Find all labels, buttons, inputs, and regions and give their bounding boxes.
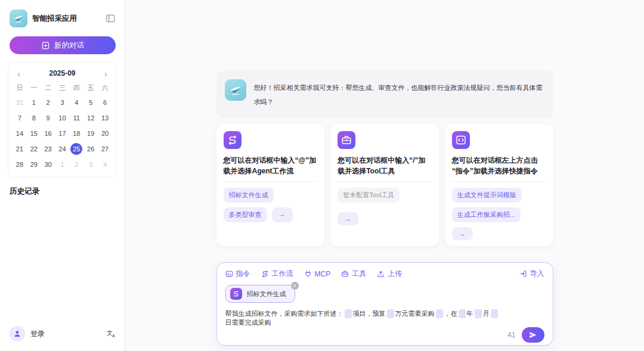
main-area: 您好！招采相关需求我可支持：帮您生成、审查文件，也能解答行业政策法规疑问，您当前… — [125, 0, 644, 351]
calendar-day[interactable]: 4 — [98, 157, 112, 172]
calendar-day[interactable]: 21 — [13, 141, 27, 157]
calendar-day[interactable]: 20 — [98, 126, 112, 141]
calendar: ‹ 2025-09 › 日一二三四五六 31123456789101112131… — [8, 62, 117, 178]
mcp-button[interactable]: MCP — [304, 270, 331, 278]
prompt-blank-field[interactable] — [475, 309, 482, 318]
calendar-prev-icon[interactable]: ‹ — [17, 69, 20, 78]
workflow-label: 工作流 — [272, 269, 293, 279]
divider — [338, 181, 432, 182]
calendar-day[interactable]: 29 — [27, 157, 41, 172]
upload-icon — [377, 270, 385, 278]
sidebar: 智能招采应用 新的对话 ‹ 2025- — [0, 0, 125, 351]
calendar-day[interactable]: 13 — [98, 110, 112, 126]
new-chat-label: 新的对话 — [54, 41, 84, 51]
prompt-text-segment: 日需要完成采购 — [225, 318, 271, 327]
calendar-day[interactable]: 4 — [69, 95, 83, 110]
new-chat-button[interactable]: 新的对话 — [10, 36, 116, 54]
calendar-day[interactable]: 14 — [13, 126, 27, 141]
calendar-day[interactable]: 2 — [41, 95, 55, 110]
calendar-day[interactable]: 17 — [55, 126, 70, 141]
assistant-message: 您好！招采相关需求我可支持：帮您生成、审查文件，也能解答行业政策法规疑问，您当前… — [216, 70, 553, 118]
calendar-day[interactable]: 24 — [55, 141, 70, 157]
calendar-day[interactable]: 19 — [83, 126, 98, 141]
calendar-day[interactable]: 23 — [41, 141, 55, 157]
assistant-message-text: 您好！招采相关需求我可支持：帮您生成、审查文件，也能解答行业政策法规疑问，您当前… — [254, 79, 545, 109]
toolbox-icon — [341, 270, 349, 278]
calendar-day[interactable]: 9 — [41, 110, 55, 126]
calendar-day[interactable]: 18 — [69, 126, 83, 141]
card-empty-tag[interactable]: 暂未配置Tool工具 — [338, 188, 400, 203]
login-label: 登录 — [30, 329, 45, 339]
import-button[interactable]: 导入 — [519, 269, 544, 279]
prompt-blank-field[interactable] — [345, 309, 352, 318]
workflow-icon — [230, 288, 242, 300]
calendar-day[interactable]: 22 — [27, 141, 41, 157]
prompt-text-segment: 月 — [483, 309, 490, 318]
card-arrow-button[interactable]: → — [452, 227, 473, 240]
card-quick-tag[interactable]: 招标文件生成 — [224, 188, 274, 203]
divider — [452, 181, 546, 182]
calendar-day[interactable]: 6 — [98, 95, 112, 110]
prompt-text-segment: 万元需要采购 — [395, 309, 435, 318]
calendar-day[interactable]: 8 — [27, 110, 41, 126]
commands-button[interactable]: 指令 — [225, 269, 250, 279]
send-button[interactable] — [522, 327, 544, 343]
calendar-day[interactable]: 31 — [13, 95, 27, 110]
calendar-day[interactable]: 3 — [83, 157, 98, 172]
calendar-day[interactable]: 5 — [83, 95, 98, 110]
calendar-day[interactable]: 27 — [98, 141, 112, 157]
svg-text:A: A — [112, 334, 115, 338]
mcp-label: MCP — [315, 270, 331, 278]
login-button[interactable]: 登录 — [10, 326, 45, 341]
user-avatar-icon — [10, 326, 25, 341]
prompt-text-segment: 年 — [467, 309, 473, 318]
card-arrow-button[interactable]: → — [338, 212, 358, 225]
collapse-sidebar-icon[interactable] — [106, 14, 115, 23]
card-quick-tag[interactable]: 多类型审查 — [224, 207, 267, 222]
workflow-icon — [224, 131, 242, 149]
calendar-day[interactable]: 7 — [13, 110, 27, 126]
chat-content: 您好！招采相关需求我可支持：帮您生成、审查文件，也能解答行业政策法规疑问，您当前… — [216, 70, 553, 351]
calendar-day[interactable]: 30 — [41, 157, 55, 172]
calendar-day[interactable]: 26 — [83, 141, 98, 157]
calendar-day[interactable]: 16 — [41, 126, 55, 141]
card-tags: 生成文件提示词模版生成工作服采购招...→ — [452, 188, 546, 240]
calendar-weekday: 五 — [83, 80, 98, 95]
mcp-icon — [304, 270, 312, 278]
calendar-day[interactable]: 25 — [69, 141, 83, 157]
tools-button[interactable]: 工具 — [341, 269, 366, 279]
prompt-blank-field[interactable] — [387, 309, 394, 318]
calendar-weekday: 日 — [13, 80, 27, 95]
card-title: 您可以在对话框中输入“@”加载并选择Agent工作流 — [224, 155, 318, 176]
calendar-day[interactable]: 10 — [55, 110, 70, 126]
calendar-day[interactable]: 15 — [27, 126, 41, 141]
calendar-weekday: 三 — [55, 80, 70, 95]
selected-agent-tag[interactable]: 招标文件生成 × — [225, 285, 295, 303]
prompt-blank-field[interactable] — [459, 309, 466, 318]
calendar-weekday: 一 — [27, 80, 41, 95]
card-tags: 招标文件生成多类型审查→ — [224, 188, 318, 222]
upload-button[interactable]: 上传 — [377, 269, 402, 279]
calendar-next-icon[interactable]: › — [104, 69, 107, 78]
tools-label: 工具 — [352, 269, 366, 279]
calendar-day[interactable]: 11 — [69, 110, 83, 126]
card-quick-tag[interactable]: 生成文件提示词模版 — [452, 188, 522, 203]
calendar-day[interactable]: 1 — [55, 157, 70, 172]
calendar-day[interactable]: 3 — [55, 95, 70, 110]
prompt-blank-field[interactable] — [436, 309, 443, 318]
command-icon — [225, 270, 233, 278]
card-arrow-button[interactable]: → — [272, 207, 293, 222]
composer: 指令 工作流 — [216, 262, 553, 346]
calendar-day[interactable]: 28 — [13, 157, 27, 172]
prompt-text-segment: ，在 — [444, 309, 457, 318]
calendar-weekday: 二 — [41, 80, 55, 95]
card-quick-tag[interactable]: 生成工作服采购招... — [452, 207, 521, 222]
language-switch-icon[interactable]: 文 A — [107, 329, 116, 338]
calendar-day[interactable]: 2 — [69, 157, 83, 172]
workflow-button[interactable]: 工作流 — [261, 269, 293, 279]
calendar-day[interactable]: 12 — [83, 110, 98, 126]
prompt-blank-field[interactable] — [491, 309, 498, 318]
remove-agent-icon[interactable]: × — [290, 281, 299, 290]
calendar-day[interactable]: 1 — [27, 95, 41, 110]
composer-prompt[interactable]: 帮我生成招标文件，采购需求如下所述：项目，预算万元需要采购，在年月日需要完成采购 — [225, 309, 544, 327]
